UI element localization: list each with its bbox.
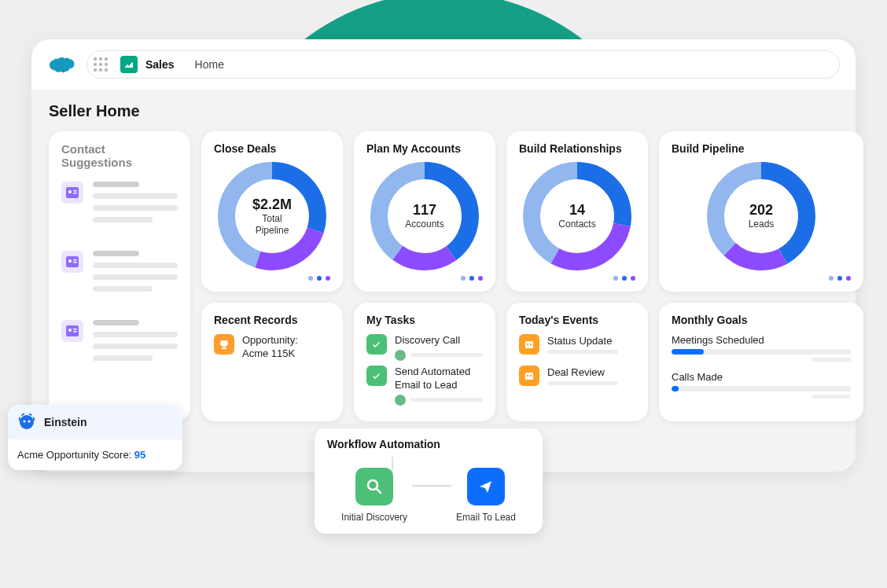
- card-my-tasks: My Tasks Discovery Call Send Automated E…: [354, 303, 495, 421]
- svg-point-17: [68, 259, 72, 263]
- recent-record-text: Opportunity:Acme 115K: [242, 334, 298, 361]
- magnifier-icon: [355, 468, 393, 505]
- donut-pipeline: 202Leads: [706, 161, 816, 271]
- calendar-icon: [519, 334, 539, 355]
- contact-suggestions-title: Contact Suggestions: [61, 142, 178, 169]
- contact-card-icon: [61, 320, 83, 342]
- event-item[interactable]: Deal Review: [519, 366, 635, 386]
- svg-rect-27: [525, 373, 533, 380]
- waffle-icon[interactable]: [94, 57, 108, 72]
- salesforce-logo-icon: [47, 54, 75, 75]
- card-contact-suggestions: Contact Suggestions: [49, 131, 190, 421]
- pager-dots[interactable]: [519, 276, 635, 281]
- svg-point-21: [68, 329, 72, 332]
- svg-rect-19: [73, 262, 77, 263]
- contact-card-icon: [61, 251, 83, 273]
- page-title: Seller Home: [49, 102, 838, 120]
- svg-line-34: [377, 489, 381, 493]
- svg-rect-26: [530, 344, 532, 345]
- card-todays-events: Today's Events Status Update Deal Review: [506, 303, 648, 421]
- app-switcher-pill[interactable]: Sales Home: [86, 50, 840, 79]
- svg-rect-28: [527, 375, 528, 377]
- card-monthly-goals: Monthly Goals Meetings Scheduled Calls M…: [659, 303, 863, 421]
- svg-rect-16: [66, 256, 79, 267]
- card-title: Build Pipeline: [672, 142, 851, 155]
- card-close-deals[interactable]: Close Deals $2.2MTotalPipeline: [201, 131, 343, 292]
- card-build-pipeline[interactable]: Build Pipeline 202Leads: [659, 131, 863, 292]
- einstein-score: 95: [134, 449, 145, 461]
- svg-rect-12: [66, 187, 79, 198]
- card-plan-accounts[interactable]: Plan My Accounts 117Accounts: [354, 131, 495, 292]
- svg-rect-20: [66, 325, 79, 336]
- donut-relationships: 14Contacts: [522, 161, 632, 271]
- card-title: Today's Events: [519, 314, 635, 326]
- card-title: Plan My Accounts: [366, 142, 483, 155]
- event-text: Status Update: [547, 335, 618, 347]
- card-title: My Tasks: [366, 314, 483, 326]
- contact-suggestion-item[interactable]: [61, 251, 178, 298]
- task-item[interactable]: Send Automated Email to Lead: [366, 366, 483, 406]
- donut-close-deals: $2.2MTotalPipeline: [217, 161, 327, 271]
- goal-progress-bar: [672, 349, 851, 355]
- svg-point-13: [68, 190, 72, 193]
- pager-dots[interactable]: [214, 276, 330, 281]
- assignee-avatar: [395, 395, 406, 406]
- svg-point-31: [24, 421, 26, 423]
- card-build-relationships[interactable]: Build Relationships 14Contacts: [506, 131, 648, 292]
- card-title: Build Relationships: [519, 142, 635, 155]
- app-name: Sales: [145, 58, 175, 71]
- card-title: Recent Records: [214, 314, 330, 326]
- assignee-avatar: [395, 350, 406, 361]
- pager-dots[interactable]: [672, 276, 851, 281]
- workflow-node-label: Initial Discovery: [341, 512, 407, 523]
- send-icon: [467, 468, 505, 505]
- event-text: Deal Review: [547, 366, 618, 378]
- workflow-node-discovery[interactable]: Initial Discovery: [341, 468, 407, 523]
- svg-rect-14: [73, 190, 77, 192]
- svg-rect-15: [73, 193, 77, 194]
- einstein-title: Einstein: [44, 416, 86, 428]
- content-area: Seller Home Close Deals $2.2MTotalPipeli…: [31, 90, 856, 434]
- contact-suggestion-item[interactable]: [61, 182, 178, 229]
- opportunity-icon: [214, 334, 234, 355]
- goal-progress-bar: [672, 386, 851, 391]
- svg-rect-23: [73, 331, 77, 333]
- svg-rect-22: [73, 329, 77, 330]
- svg-rect-24: [525, 341, 533, 348]
- goal-label: Calls Made: [672, 371, 851, 383]
- calendar-icon: [519, 366, 539, 386]
- einstein-popover[interactable]: Einstein Acme Opportunity Score: 95: [8, 405, 182, 470]
- task-text: Send Automated Email to Lead: [395, 366, 483, 392]
- workflow-node-email[interactable]: Email To Lead: [456, 468, 516, 523]
- donut-plan-accounts: 117Accounts: [370, 161, 480, 271]
- einstein-icon: [17, 413, 36, 432]
- contact-card-icon: [61, 182, 83, 204]
- topbar: Sales Home: [31, 39, 856, 90]
- task-item[interactable]: Discovery Call: [366, 334, 483, 361]
- svg-rect-18: [73, 259, 77, 261]
- goal-label: Meetings Scheduled: [672, 334, 851, 346]
- app-badge-icon: [120, 56, 138, 73]
- checkbox-done-icon[interactable]: [366, 334, 387, 355]
- svg-point-32: [28, 421, 31, 423]
- svg-rect-29: [530, 375, 532, 377]
- workflow-title: Workflow Automation: [327, 438, 530, 450]
- card-title: Close Deals: [214, 142, 330, 155]
- event-item[interactable]: Status Update: [519, 334, 635, 355]
- checkbox-done-icon[interactable]: [366, 366, 387, 386]
- einstein-body: Acme Opportunity Score: 95: [8, 439, 182, 470]
- einstein-header: Einstein: [8, 405, 182, 439]
- task-text: Discovery Call: [395, 334, 483, 347]
- svg-rect-25: [527, 344, 528, 345]
- recent-record-item[interactable]: Opportunity:Acme 115K: [214, 334, 330, 361]
- contact-suggestion-item[interactable]: [61, 320, 178, 367]
- pager-dots[interactable]: [366, 276, 483, 281]
- svg-point-30: [20, 415, 34, 429]
- workflow-automation-popover[interactable]: Workflow Automation Initial Discovery Em…: [315, 428, 543, 534]
- dashboard-grid: Close Deals $2.2MTotalPipeline Plan My A…: [49, 131, 838, 421]
- card-recent-records: Recent Records Opportunity:Acme 115K: [201, 303, 343, 421]
- workflow-node-label: Email To Lead: [456, 512, 516, 523]
- card-title: Monthly Goals: [672, 314, 851, 326]
- nav-home[interactable]: Home: [195, 58, 224, 71]
- workflow-flow: Initial Discovery Email To Lead: [327, 457, 530, 523]
